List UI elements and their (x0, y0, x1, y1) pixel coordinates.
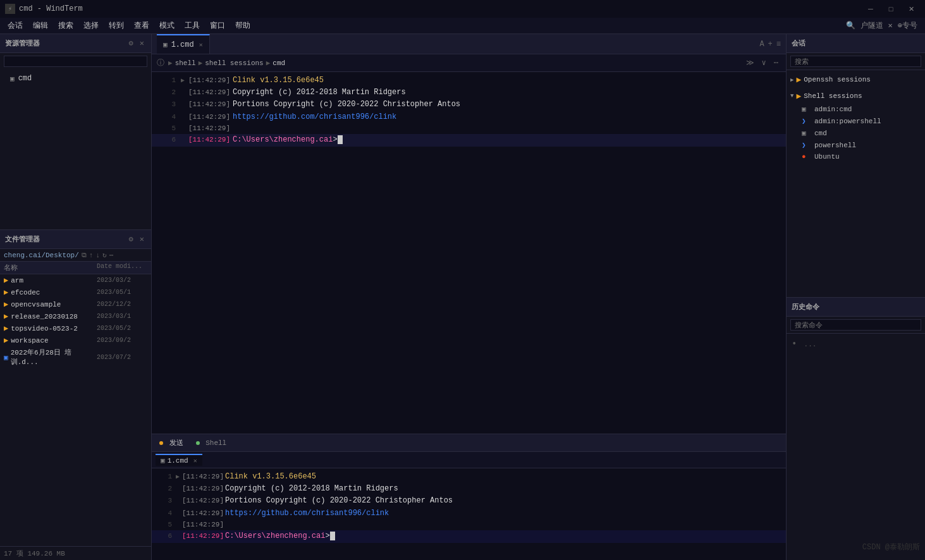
prompt-path: C:\Users\zhencheng.cai (233, 135, 333, 144)
table-row: 1 ▶ [11:42:29] Clink v1.3.15.6e6e45 (152, 75, 786, 87)
session-group-header-shell[interactable]: ▼ ▶ Shell sessions (787, 89, 925, 103)
list-item[interactable] (0, 368, 151, 370)
menu-window[interactable]: 窗口 (205, 19, 230, 32)
line-number: 2 (157, 87, 176, 99)
session-name: cmd (814, 130, 827, 137)
search-icon[interactable]: 🔍 (846, 21, 855, 30)
session-group-header-openssh[interactable]: ▶ ▶ Openssh sessions (787, 73, 925, 87)
list-item[interactable]: ▶ efcodec 2023/05/1 (0, 286, 151, 298)
shell-tab[interactable]: Shell (192, 438, 231, 448)
tab-bar-plus[interactable]: + (768, 40, 773, 49)
breadcrumb-cmd[interactable]: cmd (273, 59, 285, 67)
fm-row-name: topsvideo-0523-2 (11, 325, 97, 332)
explorer-close-icon[interactable]: ✕ (138, 38, 146, 49)
timestamp: [11:42:29] (182, 484, 225, 495)
menu-tools[interactable]: 工具 (180, 19, 205, 32)
list-item[interactable]: ▶ release_20230128 2023/03/1 (0, 310, 151, 322)
line-number: 4 (157, 508, 172, 520)
send-tab[interactable]: 发送 (156, 437, 187, 449)
menu-mode[interactable]: 模式 (154, 19, 180, 32)
maximize-button[interactable]: □ (882, 3, 900, 15)
tab-close-button[interactable]: ✕ (198, 40, 204, 49)
folder-icon: ▶ (796, 91, 801, 101)
left-panel: 资源管理器 ⚙ ✕ ▣ cmd 文件管理器 ⚙ (0, 34, 152, 560)
tunnel-label: 户隧道 (861, 20, 883, 31)
line-content: Clink v1.3.15.6e6e45 (225, 471, 781, 483)
minimize-button[interactable]: ─ (862, 3, 879, 15)
fm-row-date: 2023/03/1 (97, 313, 147, 320)
sessions-header: 会话 (787, 34, 925, 53)
explorer-item-cmd[interactable]: ▣ cmd (0, 72, 151, 85)
menu-search[interactable]: 搜索 (53, 19, 78, 32)
breadcrumb-sep2: ▶ (266, 59, 271, 67)
menu-edit[interactable]: 编辑 (28, 19, 53, 32)
split-down-icon[interactable]: ∨ (759, 57, 769, 69)
session-group-shell: ▼ ▶ Shell sessions ▣ admin:cmd ❯ admin:p… (787, 89, 925, 162)
list-item[interactable]: ▶ workspace 2023/09/2 (0, 334, 151, 346)
prompt-path: C:\Users\zhencheng.cai (225, 532, 325, 540)
folder-icon: ▶ (4, 324, 8, 333)
split-right-icon[interactable]: ≫ (744, 57, 757, 69)
powershell-icon: ❯ (802, 117, 811, 125)
table-row: 1 ▶ [11:42:29] Clink v1.3.15.6e6e45 (152, 471, 786, 483)
history-search-input[interactable] (790, 319, 921, 331)
list-item[interactable]: ▶ opencvsample 2022/12/2 (0, 298, 151, 310)
explorer-settings-icon[interactable]: ⚙ (127, 38, 135, 49)
close-button[interactable]: ✕ (902, 3, 920, 15)
menu-view[interactable]: 查看 (129, 19, 154, 32)
bottom-term-tab-cmd[interactable]: ▣ 1.cmd ✕ (156, 454, 202, 466)
fm-row-date: 2023/09/2 (97, 337, 147, 344)
menu-goto[interactable]: 转到 (104, 19, 129, 32)
sessions-search-input[interactable] (790, 56, 921, 67)
filemanager-settings-icon[interactable]: ⚙ (127, 234, 135, 245)
path-text: cheng.cai/Desktop/ (4, 252, 79, 259)
menu-help[interactable]: 帮助 (230, 19, 255, 32)
more-icon[interactable]: ⋯ (771, 57, 781, 69)
menu-session[interactable]: 会话 (3, 19, 28, 32)
breadcrumb-shell[interactable]: shell (175, 59, 196, 67)
path-copy-icon[interactable]: ⧉ (82, 252, 87, 259)
tab-cmd[interactable]: ▣ 1.cmd ✕ (157, 34, 210, 54)
path-more-icon[interactable]: ⋯ (109, 251, 114, 259)
folder-icon: ▶ (4, 288, 8, 297)
session-item-ubuntu[interactable]: ● Ubuntu (787, 151, 925, 162)
prompt-char: > (325, 532, 329, 540)
session-item-admin-cmd[interactable]: ▣ admin:cmd (787, 103, 925, 115)
fm-row-date: 2023/07/2 (97, 354, 147, 361)
filemanager-title: 文件管理器 (5, 234, 127, 244)
path-down-icon[interactable]: ↓ (95, 252, 100, 259)
sessions-section: 会话 ▶ ▶ Openssh sessions ▼ (787, 34, 925, 298)
tab-bar-menu[interactable]: ≡ (776, 40, 781, 49)
tab-bar-A: A (759, 40, 764, 49)
list-item[interactable]: ▶ topsvideo-0523-2 2023/05/2 (0, 322, 151, 334)
fm-row-name: release_20230128 (11, 313, 97, 320)
list-item[interactable]: ▶ arm 2023/03/2 (0, 274, 151, 286)
line-content: Portions Copyright (c) 2020-2022 Christo… (233, 99, 781, 111)
line-number: 4 (157, 112, 176, 123)
fm-row-name: efcodec (11, 289, 97, 296)
session-item-cmd[interactable]: ▣ cmd (787, 127, 925, 139)
session-item-admin-powershell[interactable]: ❯ admin:powershell (787, 115, 925, 127)
shell-dot (196, 441, 200, 445)
line-content: Copyright (c) 2012-2018 Martin Ridgers (225, 483, 781, 495)
bottom-tab-close[interactable]: ✕ (193, 457, 197, 465)
prompt-char: > (333, 135, 337, 144)
folder-icon: ▶ (4, 336, 8, 345)
line-content: Copyright (c) 2012-2018 Martin Ridgers (233, 87, 781, 99)
line-number: 6 (157, 531, 172, 542)
explorer-header: 资源管理器 ⚙ ✕ (0, 34, 151, 53)
session-item-powershell[interactable]: ❯ powershell (787, 139, 925, 151)
filemanager-close-icon[interactable]: ✕ (138, 234, 146, 245)
path-refresh-icon[interactable]: ↻ (102, 251, 107, 259)
list-item[interactable]: ▣ 2022年6月28日 培训.d... 2023/07/2 (0, 346, 151, 368)
path-up-icon[interactable]: ↑ (89, 252, 94, 259)
terminal-content[interactable]: 1 ▶ [11:42:29] Clink v1.3.15.6e6e45 2 [1… (152, 72, 786, 434)
bottom-terminal[interactable]: 1 ▶ [11:42:29] Clink v1.3.15.6e6e45 2 [1… (152, 468, 786, 560)
menu-select[interactable]: 选择 (78, 19, 104, 32)
close-session-icon[interactable]: ✕ (888, 21, 893, 30)
app-title: cmd - WindTerm (19, 4, 858, 13)
explorer-search-input[interactable] (4, 56, 147, 67)
menubar: 会话 编辑 搜索 选择 转到 查看 模式 工具 窗口 帮助 🔍 户隧道 ✕ ⊕专… (0, 18, 925, 34)
line-content: C:\Users\zhencheng.cai> (225, 530, 781, 542)
breadcrumb-sessions[interactable]: shell sessions (205, 59, 263, 67)
